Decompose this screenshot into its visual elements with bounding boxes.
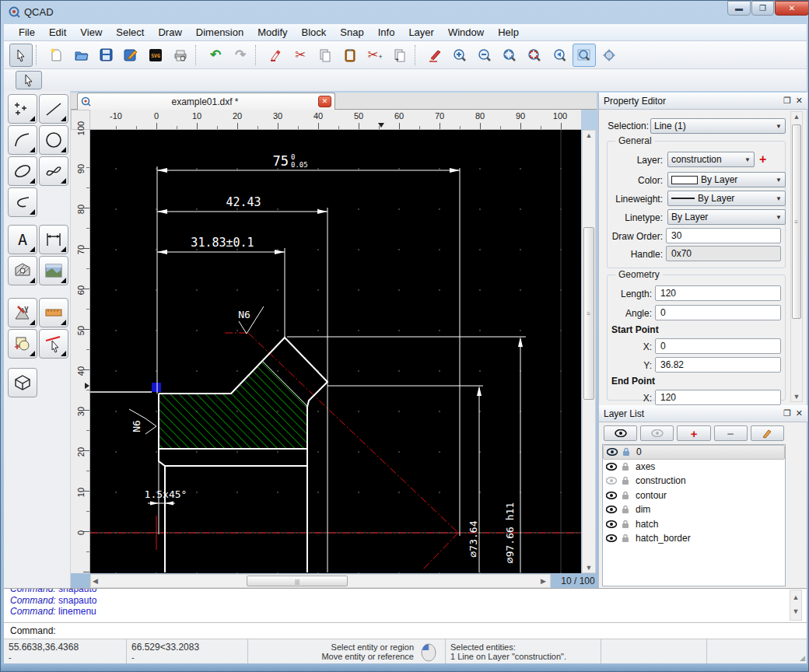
- lineweight-combo[interactable]: By Layer▼: [667, 191, 786, 206]
- canvas-vscrollbar[interactable]: ▲ ≡ ▼: [582, 130, 596, 573]
- selection-handle[interactable]: [152, 383, 161, 392]
- ellipse-tool-button[interactable]: [8, 156, 37, 186]
- point-tool-button[interactable]: [8, 94, 37, 124]
- angle-field[interactable]: 0: [655, 305, 781, 320]
- arc-tool-button[interactable]: [8, 125, 37, 155]
- redo-button[interactable]: ↷: [229, 44, 252, 67]
- minimize-button[interactable]: ▬: [727, 1, 751, 16]
- add-layer-button[interactable]: +: [759, 152, 775, 166]
- history-scrollbar[interactable]: ▲ ▼: [790, 590, 802, 621]
- zoom-out-button[interactable]: [473, 44, 496, 67]
- remove-layer-button[interactable]: −: [714, 425, 748, 441]
- layer-row-contour[interactable]: contour: [603, 488, 785, 503]
- paste-button[interactable]: [338, 44, 362, 67]
- menu-select[interactable]: Select: [109, 25, 151, 40]
- copy-button[interactable]: [313, 44, 337, 67]
- canvas-vscrollbar-thumb[interactable]: ≡: [583, 227, 594, 400]
- zoom-window-button[interactable]: [573, 44, 596, 67]
- start-y-field[interactable]: 36.82: [655, 357, 781, 373]
- dimension-tool-button[interactable]: [39, 225, 68, 254]
- spline-tool-button[interactable]: [39, 156, 68, 186]
- draw-order-field[interactable]: 30: [666, 228, 781, 243]
- layer-combo[interactable]: construction▼: [667, 152, 755, 167]
- scroll-down-icon[interactable]: ▼: [583, 563, 595, 572]
- float-panel-icon[interactable]: ❐: [783, 408, 791, 418]
- auto-zoom-button[interactable]: [498, 44, 521, 67]
- command-input[interactable]: [59, 625, 807, 637]
- start-x-field[interactable]: 0: [655, 338, 781, 354]
- layer-row-0[interactable]: 0: [603, 445, 785, 460]
- command-history[interactable]: Command: snapauto Command: snapauto Comm…: [4, 588, 807, 622]
- tab-example01[interactable]: example01.dxf * ✕: [77, 93, 335, 110]
- color-combo[interactable]: By Layer▼: [667, 172, 786, 187]
- polyline-tool-button[interactable]: [8, 187, 37, 217]
- cut-button[interactable]: ✂: [289, 44, 312, 67]
- scroll-down-icon[interactable]: ▼: [791, 392, 802, 401]
- block-tool-button[interactable]: [8, 329, 37, 359]
- tab-close-icon[interactable]: ✕: [318, 96, 331, 107]
- title-bar[interactable]: QCAD ▬ ❐ ✕: [1, 1, 809, 24]
- scroll-up-icon[interactable]: ▲: [790, 590, 801, 604]
- image-tool-button[interactable]: [39, 256, 68, 285]
- close-button[interactable]: ✕: [775, 1, 809, 16]
- menu-window[interactable]: Window: [441, 25, 491, 40]
- pan-button[interactable]: [597, 44, 621, 67]
- svg-export-button[interactable]: SVG: [144, 44, 167, 67]
- layer-row-dim[interactable]: dim: [603, 502, 785, 517]
- scroll-up-icon[interactable]: ▲: [791, 112, 802, 121]
- linetype-combo[interactable]: By Layer▼: [667, 209, 786, 225]
- property-editor-scrollbar-thumb[interactable]: ≡: [792, 124, 801, 319]
- scroll-left-icon[interactable]: ◀: [93, 576, 98, 586]
- zoom-in-button[interactable]: [448, 44, 471, 67]
- layer-row-hatch-border[interactable]: hatch_border: [603, 531, 785, 546]
- add-layer-button[interactable]: +: [677, 425, 710, 441]
- end-x-field[interactable]: 120: [655, 390, 781, 405]
- draw-pencil-button[interactable]: [423, 44, 447, 67]
- delete-button[interactable]: [264, 44, 287, 67]
- scroll-down-icon[interactable]: ▼: [790, 604, 801, 618]
- previous-view-button[interactable]: [548, 44, 571, 67]
- save-button[interactable]: [94, 44, 117, 67]
- float-panel-icon[interactable]: ❐: [783, 96, 791, 106]
- show-all-layers-button[interactable]: [604, 425, 637, 441]
- print-preview-button[interactable]: [169, 44, 192, 67]
- modify-tool-button[interactable]: [39, 329, 68, 359]
- menu-info[interactable]: Info: [371, 25, 402, 40]
- menu-draw[interactable]: Draw: [151, 25, 188, 40]
- undo-button[interactable]: ↶: [204, 44, 227, 67]
- menu-modify[interactable]: Modify: [250, 25, 294, 40]
- layer-row-axes[interactable]: axes: [603, 460, 785, 474]
- menu-help[interactable]: Help: [491, 25, 526, 40]
- menu-edit[interactable]: Edit: [42, 25, 73, 40]
- line-tool-button[interactable]: [39, 94, 68, 124]
- property-editor-scrollbar[interactable]: ▲ ≡ ▼: [790, 111, 803, 402]
- solid-tool-button[interactable]: [8, 368, 37, 397]
- menu-layer[interactable]: Layer: [401, 25, 441, 40]
- drawing-canvas[interactable]: 75 0 0.05 42.43 31.83±0.1 1.5x45° ⌀73.64…: [90, 130, 581, 573]
- menu-block[interactable]: Block: [295, 25, 334, 40]
- menu-snap[interactable]: Snap: [333, 25, 370, 40]
- layer-list-titlebar[interactable]: Layer List ❐ ✕: [599, 405, 807, 422]
- selection-combo[interactable]: Line (1)▼: [650, 118, 786, 134]
- copy-with-reference-button[interactable]: +: [388, 44, 412, 67]
- canvas-hscrollbar-thumb[interactable]: |||: [247, 576, 348, 586]
- layer-row-construction[interactable]: construction: [603, 474, 785, 488]
- hide-all-layers-button[interactable]: [640, 425, 674, 441]
- selection-tool-button[interactable]: [16, 71, 42, 89]
- hatch-tool-button[interactable]: [8, 256, 37, 285]
- menu-file[interactable]: File: [12, 25, 42, 40]
- cut-with-reference-button[interactable]: ✂+: [363, 44, 387, 67]
- close-panel-icon[interactable]: ✕: [796, 96, 803, 106]
- resize-grip[interactable]: ◢: [800, 654, 805, 662]
- new-file-button[interactable]: [44, 44, 68, 67]
- selection-pointer-button[interactable]: [9, 44, 33, 67]
- edit-layer-button[interactable]: [751, 425, 784, 441]
- scroll-right-icon[interactable]: ▶: [541, 576, 546, 586]
- property-editor-titlebar[interactable]: Property Editor ❐ ✕: [599, 93, 807, 110]
- open-file-button[interactable]: [69, 44, 93, 67]
- menu-dimension[interactable]: Dimension: [189, 25, 250, 40]
- measure-tool-button[interactable]: [39, 298, 68, 327]
- length-field[interactable]: 120: [655, 285, 781, 301]
- menu-view[interactable]: View: [73, 25, 109, 40]
- zoom-selection-button[interactable]: [523, 44, 546, 67]
